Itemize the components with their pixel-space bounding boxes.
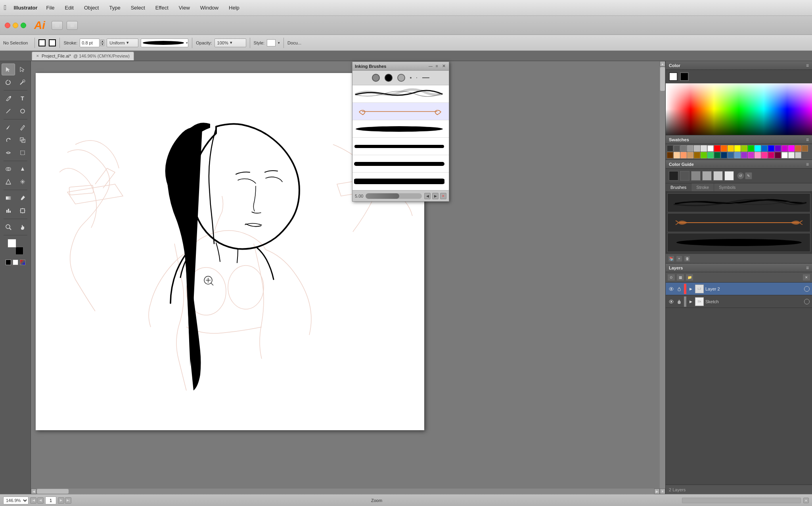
swatch-cell[interactable]: [687, 145, 693, 152]
app-name-menu[interactable]: Illustrator: [14, 5, 38, 11]
artboard-tool[interactable]: [16, 205, 29, 217]
swatch-cell[interactable]: [755, 145, 761, 152]
scroll-right-btn[interactable]: ▶: [654, 489, 660, 494]
swatch-cell[interactable]: [714, 145, 720, 152]
tab-symbols[interactable]: Symbols: [714, 183, 740, 191]
scroll-left-btn[interactable]: ◀: [31, 489, 36, 494]
cg-swatch-3[interactable]: [691, 171, 701, 181]
brush-dot-4[interactable]: [410, 74, 412, 82]
style-dropdown-arrow[interactable]: ▾: [278, 41, 280, 45]
new-brush-btn[interactable]: +: [676, 256, 682, 262]
fill-color-swatch[interactable]: [49, 39, 56, 46]
scroll-down-btn[interactable]: ▼: [660, 489, 665, 494]
brush-item-tapered1[interactable]: [352, 120, 449, 138]
live-paint-tool[interactable]: [16, 163, 29, 175]
swatch-cell[interactable]: [687, 152, 693, 158]
mini-stroke-swatch[interactable]: [13, 260, 18, 265]
hand-tool[interactable]: [16, 221, 29, 233]
layer-folder-btn[interactable]: 📁: [686, 274, 693, 281]
horizontal-scrollbar[interactable]: ◀ ▶: [31, 489, 660, 494]
swatch-cell[interactable]: [795, 152, 801, 158]
menu-effect[interactable]: Effect: [154, 4, 170, 12]
stroke-type-dropdown[interactable]: Uniform ▾: [107, 38, 138, 47]
lasso-tool[interactable]: [2, 76, 15, 88]
fill-swatch[interactable]: [8, 239, 16, 248]
inking-brushes-close[interactable]: ✕: [441, 63, 446, 69]
layer-lock-sketch[interactable]: [676, 298, 682, 305]
stroke-swatch[interactable]: [15, 247, 23, 255]
magic-wand-tool[interactable]: [16, 76, 29, 88]
style-swatch[interactable]: [267, 39, 276, 46]
scroll-track[interactable]: [660, 67, 665, 489]
swatch-cell[interactable]: [680, 152, 687, 158]
brush-item-1[interactable]: [667, 193, 810, 212]
layer-lock-layer2[interactable]: [676, 286, 682, 292]
swatch-cell[interactable]: [741, 145, 747, 152]
cg-harmony-btn[interactable]: ↺: [737, 172, 744, 179]
scale-tool[interactable]: [16, 134, 29, 146]
tab-brushes[interactable]: Brushes: [666, 183, 691, 191]
stroke-color-swatch[interactable]: [38, 39, 46, 46]
swatch-cell[interactable]: [734, 152, 741, 158]
free-transform-tool[interactable]: [16, 147, 29, 159]
menu-object[interactable]: Object: [82, 4, 101, 12]
swatch-cell[interactable]: [680, 145, 687, 152]
layer-delete-btn[interactable]: ✕: [802, 274, 810, 281]
swatch-cell[interactable]: [707, 145, 714, 152]
color-spectrum[interactable]: [666, 83, 812, 135]
close-button[interactable]: [5, 23, 10, 28]
ellipse-tool[interactable]: [16, 105, 29, 117]
brush-libraries-btn[interactable]: 📚: [668, 256, 674, 262]
layer-locate-btn[interactable]: ⊙: [667, 274, 675, 281]
mini-fill-swatch[interactable]: [6, 260, 11, 265]
swatch-cell[interactable]: [721, 145, 727, 152]
scroll-h-thumb[interactable]: [37, 489, 69, 494]
brush-dot-5[interactable]: [416, 74, 417, 82]
swatch-cell[interactable]: [674, 152, 680, 158]
layer-target-sketch[interactable]: [804, 299, 810, 304]
page-prev-btn[interactable]: ◀: [37, 497, 44, 504]
perspective-grid-tool[interactable]: [2, 176, 15, 188]
pencil-tool[interactable]: [16, 121, 29, 133]
selection-tool[interactable]: [2, 63, 15, 75]
cg-swatch-2[interactable]: [680, 171, 689, 181]
scroll-up-btn[interactable]: ▲: [660, 61, 665, 67]
layer-expand-sketch[interactable]: ▶: [688, 299, 693, 304]
stroke-down-arrow[interactable]: ▼: [100, 43, 104, 46]
swatch-cell[interactable]: [755, 152, 761, 158]
brush-item-rough[interactable]: [352, 85, 449, 103]
swatch-cell[interactable]: [775, 145, 781, 152]
swatch-cell[interactable]: [802, 145, 808, 152]
vertical-scrollbar[interactable]: ▲ ▼: [660, 61, 665, 494]
status-expand-btn[interactable]: ▲: [803, 498, 809, 503]
brush-tool[interactable]: [2, 121, 15, 133]
swatch-cell[interactable]: [701, 145, 707, 152]
direct-selection-tool[interactable]: [16, 63, 29, 75]
brush-item-3[interactable]: [667, 233, 810, 252]
cg-swatch-1[interactable]: [669, 171, 678, 181]
page-first-btn[interactable]: |◀: [30, 497, 36, 504]
mesh-tool[interactable]: [16, 176, 29, 188]
inking-brushes-slider-track[interactable]: [366, 193, 422, 199]
swatch-cell[interactable]: [694, 145, 700, 152]
shape-builder-tool[interactable]: [2, 163, 15, 175]
brush-dot-6[interactable]: [422, 75, 430, 81]
view-toggle-button[interactable]: ▦: [67, 21, 78, 30]
opacity-dropdown[interactable]: 100% ▾: [214, 38, 246, 47]
stroke-value-input[interactable]: [80, 38, 100, 47]
menu-edit[interactable]: Edit: [63, 4, 75, 12]
menu-file[interactable]: File: [45, 4, 56, 12]
inking-brushes-menu[interactable]: ≡: [435, 64, 439, 69]
stroke-stepper[interactable]: ▲ ▼: [100, 40, 104, 46]
swatch-cell[interactable]: [768, 152, 774, 158]
swatch-cell[interactable]: [748, 145, 754, 152]
new-document-button[interactable]: ▤: [52, 21, 63, 30]
color-white-swatch[interactable]: [669, 72, 678, 81]
tab-stroke[interactable]: Stroke: [691, 183, 714, 191]
swatch-cell[interactable]: [714, 152, 720, 158]
menu-type[interactable]: Type: [107, 4, 122, 12]
zoom-dropdown[interactable]: 146.9%: [3, 496, 29, 504]
swatch-cell[interactable]: [781, 145, 788, 152]
swatch-cell[interactable]: [667, 152, 673, 158]
swatch-cell[interactable]: [734, 145, 741, 152]
